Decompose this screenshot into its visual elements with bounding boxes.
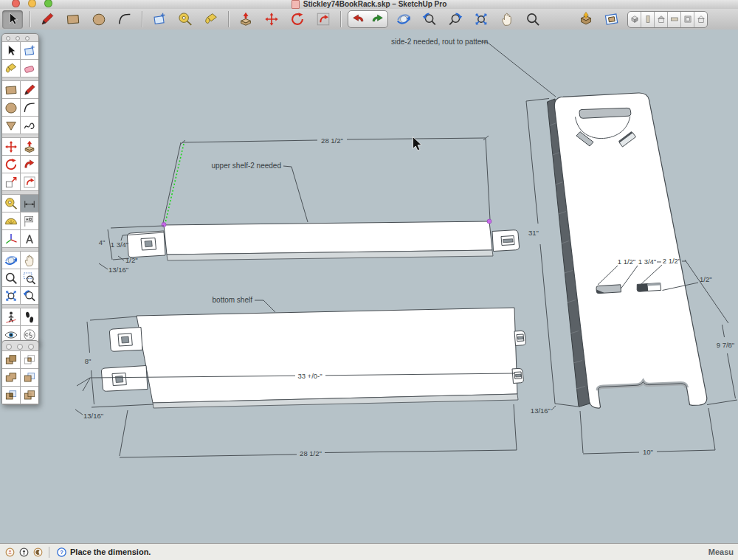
orbit-tool[interactable]: [2, 252, 20, 269]
select-tool[interactable]: [2, 10, 23, 29]
ounion-tool[interactable]: [2, 369, 20, 386]
model-status-icon[interactable]: [32, 547, 44, 558]
pushpull-tool[interactable]: [21, 138, 38, 155]
text3d-tool[interactable]: [21, 230, 38, 247]
zoomwin-tool[interactable]: [21, 269, 38, 286]
zoomext-tool[interactable]: [2, 287, 20, 304]
secplane-icon: [604, 11, 620, 27]
line-tool[interactable]: [37, 10, 58, 29]
followme-tool[interactable]: [21, 156, 38, 173]
arc-tool[interactable]: [21, 99, 38, 116]
osubtract-tool[interactable]: [21, 369, 38, 386]
dim-side-lower: 9 7/8": [717, 341, 735, 349]
palette-header: [2, 34, 38, 41]
rotate-icon: [4, 157, 18, 172]
polygon-tool[interactable]: [2, 117, 20, 134]
pan-tool[interactable]: [21, 252, 38, 269]
rectangle-tool[interactable]: [2, 81, 20, 98]
select-icon: [4, 44, 18, 58]
tape-icon: [4, 196, 18, 211]
zoom-next-button[interactable]: [445, 10, 466, 29]
protractor-tool[interactable]: [2, 212, 20, 229]
paint-tool[interactable]: [2, 60, 20, 77]
view-back-button[interactable]: [681, 12, 694, 27]
push-pull-tool[interactable]: [235, 10, 256, 29]
credits-status-icon[interactable]: [18, 547, 30, 558]
help-icon[interactable]: ?: [56, 547, 67, 558]
text3d-icon: [22, 232, 37, 246]
previous-icon: [421, 11, 438, 27]
rotate-tool[interactable]: [2, 156, 20, 173]
tape-measure-tool[interactable]: [175, 10, 196, 29]
circle-tool[interactable]: [2, 99, 20, 116]
undo-button[interactable]: [351, 11, 367, 27]
modeling-viewport[interactable]: side-2 needed, rout to pattern 28 1/2" u…: [0, 30, 738, 544]
geolocation-status-icon[interactable]: [4, 547, 15, 558]
palette-group-divider: [2, 134, 38, 137]
select-tool[interactable]: [2, 42, 20, 59]
rectangle-icon: [65, 11, 81, 27]
palette-dot[interactable]: [28, 344, 34, 350]
arc-icon: [22, 100, 37, 115]
axes-tool[interactable]: [2, 230, 20, 247]
move-tool[interactable]: [2, 138, 20, 155]
circle-tool[interactable]: [89, 10, 109, 29]
tape-tool[interactable]: [2, 195, 20, 212]
oshell-tool[interactable]: [2, 351, 20, 368]
paint-icon: [4, 61, 18, 76]
offset-icon: [22, 175, 37, 190]
viso-icon: [630, 14, 640, 24]
previous-tool[interactable]: [21, 287, 38, 304]
text-tool[interactable]: [21, 212, 38, 229]
palette-dot[interactable]: [17, 344, 23, 350]
eraser-tool[interactable]: [21, 60, 38, 77]
view-front-button[interactable]: [655, 12, 668, 27]
ointersect-tool[interactable]: [21, 351, 38, 368]
paint-bucket-tool[interactable]: [201, 10, 221, 29]
orbit-tool[interactable]: [393, 10, 414, 29]
pan-tool[interactable]: [497, 10, 517, 29]
dimension-tool[interactable]: [21, 195, 38, 212]
palette-dot[interactable]: [25, 36, 30, 41]
freehand-tool[interactable]: [21, 117, 38, 134]
view-top-button[interactable]: [668, 12, 681, 27]
zoom-extents-button[interactable]: [471, 10, 492, 29]
zoom-tool[interactable]: [2, 269, 20, 286]
palette-group-divider: [2, 191, 38, 194]
dim-upper-depth: 4": [99, 238, 106, 246]
palette-dot[interactable]: [6, 344, 12, 350]
line-tool[interactable]: [21, 81, 38, 98]
share-model-button[interactable]: [576, 10, 596, 29]
palette-dot[interactable]: [15, 36, 20, 41]
followme-icon: [22, 157, 37, 172]
palette-dot[interactable]: [6, 36, 10, 41]
make-component-button[interactable]: [149, 10, 170, 29]
offset-tool[interactable]: [21, 173, 38, 190]
walk-tool[interactable]: [21, 308, 38, 325]
drawing-canvas[interactable]: side-2 needed, rout to pattern 28 1/2" u…: [0, 30, 738, 544]
view-left-button[interactable]: [694, 12, 707, 27]
offset-tool[interactable]: [313, 10, 334, 29]
arc-tool[interactable]: [114, 10, 135, 29]
rectangle-tool[interactable]: [63, 10, 83, 29]
rotate-tool[interactable]: [287, 10, 308, 29]
otrim-icon: [4, 388, 18, 403]
component-tool[interactable]: [21, 42, 38, 59]
tape-icon: [177, 11, 193, 27]
scale-tool[interactable]: [2, 173, 20, 190]
view-right-button[interactable]: [641, 12, 655, 27]
palette-group-divider: [2, 248, 38, 251]
move-tool[interactable]: [261, 10, 282, 29]
osubtract-icon: [22, 370, 37, 385]
redo-button[interactable]: [369, 11, 385, 27]
otrim-tool[interactable]: [2, 387, 20, 404]
move-icon: [263, 11, 280, 27]
osplit-tool[interactable]: [21, 387, 38, 404]
arc-icon: [117, 11, 133, 27]
section-plane-button[interactable]: [601, 10, 622, 29]
poscam-tool[interactable]: [2, 308, 20, 325]
zoom-tool[interactable]: [523, 10, 543, 29]
vleft-icon: [696, 14, 706, 24]
zoom-previous-button[interactable]: [419, 10, 440, 29]
view-iso-button[interactable]: [628, 12, 641, 27]
